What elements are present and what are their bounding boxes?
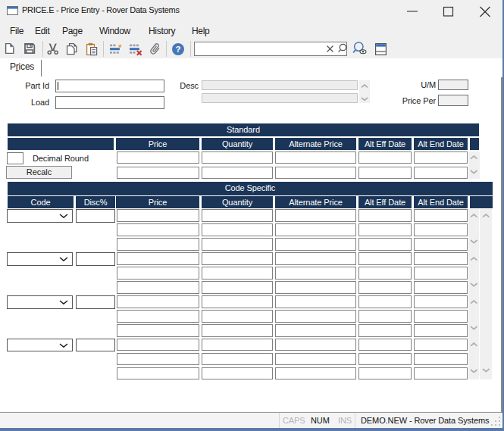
svg-text:?: ?: [175, 45, 180, 54]
